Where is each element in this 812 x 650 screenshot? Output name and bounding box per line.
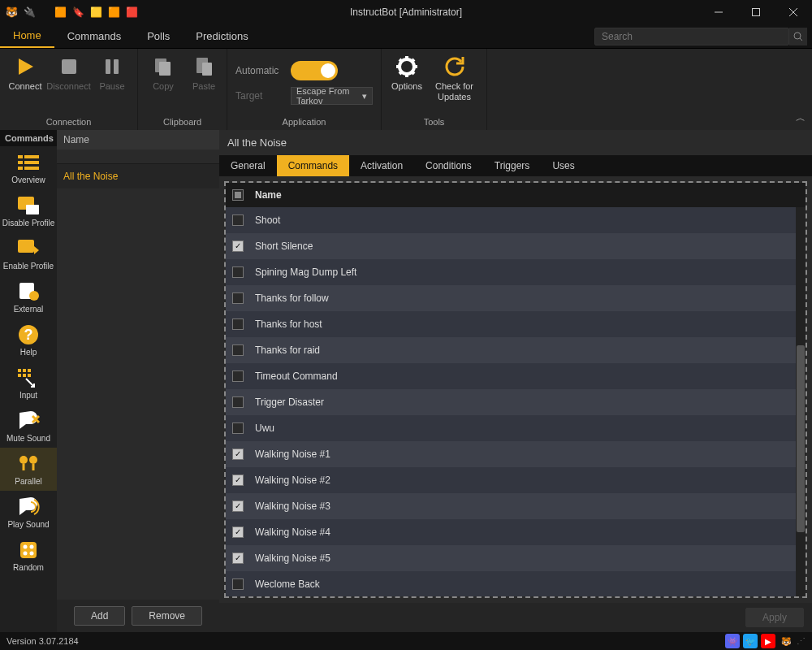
row-checkbox[interactable] — [232, 318, 244, 330]
svg-rect-11 — [18, 155, 23, 158]
row-checkbox[interactable] — [232, 500, 244, 512]
table-row[interactable]: Timeout Command — [226, 363, 796, 389]
column-name: Name — [255, 189, 282, 201]
discord-icon[interactable]: 👾 — [725, 634, 740, 648]
rail-overview[interactable]: Overview — [0, 146, 57, 189]
check-updates-button[interactable]: Check for Updates — [427, 52, 482, 104]
close-button[interactable] — [775, 0, 812, 24]
row-checkbox[interactable] — [232, 526, 244, 538]
pause-button[interactable]: Pause — [92, 52, 132, 93]
table-row[interactable]: Walking Noise #1 — [226, 441, 796, 467]
ribbon-group-tools: Options Check for Updates Tools — [382, 49, 487, 130]
table-row[interactable]: Thanks for follow — [226, 285, 796, 311]
row-checkbox[interactable] — [232, 292, 244, 304]
svg-rect-3 — [106, 59, 110, 74]
options-button[interactable]: Options — [387, 52, 427, 93]
table-row[interactable]: Weclome Back — [226, 571, 796, 596]
table-row[interactable]: Trigger Disaster — [226, 389, 796, 415]
svg-rect-2 — [62, 59, 76, 74]
svg-rect-4 — [114, 59, 119, 74]
row-checkbox[interactable] — [232, 552, 244, 564]
scroll-thumb[interactable] — [797, 345, 805, 532]
table-row[interactable]: Thanks for host — [226, 311, 796, 337]
row-name: Walking Noise #3 — [255, 500, 330, 512]
tab-conditions[interactable]: Conditions — [414, 155, 483, 176]
tab-commands[interactable]: Commands — [277, 155, 349, 176]
minimize-button[interactable] — [700, 0, 737, 24]
resize-grip-icon[interactable]: ⋰ — [797, 636, 806, 647]
row-checkbox[interactable] — [232, 448, 244, 460]
tab-uses[interactable]: Uses — [541, 155, 585, 176]
rail-header: Commands — [0, 130, 57, 146]
rail-mute-sound[interactable]: Mute Sound — [0, 405, 57, 448]
table-body[interactable]: ShootShort SilenceSpining Mag Dump LeftT… — [226, 207, 796, 596]
rail-random[interactable]: Random — [0, 534, 57, 577]
row-checkbox[interactable] — [232, 240, 244, 252]
row-checkbox[interactable] — [232, 214, 244, 226]
rail-external[interactable]: External — [0, 275, 57, 318]
rail-disable-profile[interactable]: Disable Profile — [0, 189, 57, 232]
row-checkbox[interactable] — [232, 474, 244, 486]
tab-triggers[interactable]: Triggers — [483, 155, 542, 176]
row-checkbox[interactable] — [232, 422, 244, 434]
table-row[interactable]: Walking Noise #2 — [226, 467, 796, 493]
tool-icon-2[interactable]: 🔖 — [71, 6, 84, 19]
rail-help[interactable]: ?Help — [0, 318, 57, 362]
app-small-icon[interactable]: 🐯 — [779, 634, 793, 648]
tool-icon-3[interactable]: 🟨 — [89, 6, 102, 19]
ribbon-group-application: Automatic Target Escape From Tarkov ▾ Ap… — [227, 49, 382, 130]
row-checkbox[interactable] — [232, 344, 244, 356]
select-all-checkbox[interactable] — [232, 189, 244, 201]
plug-icon[interactable]: 🔌 — [23, 6, 36, 19]
target-combo[interactable]: Escape From Tarkov ▾ — [291, 87, 373, 105]
apply-button[interactable]: Apply — [745, 608, 804, 627]
rail-parallel[interactable]: Parallel — [0, 448, 57, 491]
maximize-button[interactable] — [737, 0, 775, 24]
menu-polls[interactable]: Polls — [134, 24, 183, 48]
table-row[interactable]: Walking Noise #3 — [226, 493, 796, 519]
vertical-scrollbar[interactable] — [796, 207, 806, 596]
name-item[interactable]: All the Noise — [57, 164, 219, 188]
name-column-header: Name — [57, 130, 219, 150]
row-checkbox[interactable] — [232, 370, 244, 382]
row-checkbox[interactable] — [232, 266, 244, 278]
rail-input[interactable]: Input — [0, 362, 57, 405]
table-row[interactable]: Walking Noise #5 — [226, 545, 796, 571]
tool-icon-5[interactable]: 🟥 — [125, 6, 138, 19]
svg-rect-25 — [23, 369, 26, 372]
table-row[interactable]: Shoot — [226, 207, 796, 233]
rail-play-sound[interactable]: Play Sound — [0, 491, 57, 534]
remove-button[interactable]: Remove — [132, 606, 202, 626]
youtube-icon[interactable]: ▶ — [761, 634, 775, 648]
row-checkbox[interactable] — [232, 396, 244, 408]
menu-predictions[interactable]: Predictions — [183, 24, 261, 48]
connect-button[interactable]: Connect — [5, 52, 45, 93]
tab-general[interactable]: General — [219, 155, 277, 176]
table-row[interactable]: Short Silence — [226, 233, 796, 259]
svg-rect-27 — [18, 374, 21, 377]
twitter-icon[interactable]: 🐦 — [743, 634, 758, 648]
automatic-toggle[interactable] — [291, 61, 338, 80]
table-row[interactable]: Thanks for raid — [226, 337, 796, 363]
svg-point-36 — [30, 552, 34, 556]
tool-icon-1[interactable]: 🟧 — [54, 6, 67, 19]
add-button[interactable]: Add — [74, 606, 125, 626]
copy-button[interactable]: Copy — [143, 52, 184, 93]
menu-home[interactable]: Home — [0, 24, 54, 48]
tab-activation[interactable]: Activation — [349, 155, 414, 176]
disconnect-button[interactable]: Disconnect — [45, 52, 92, 93]
ribbon-collapse-button[interactable]: ︿ — [796, 111, 806, 125]
table-row[interactable]: Spining Mag Dump Left — [226, 259, 796, 285]
svg-rect-32 — [20, 542, 37, 558]
search-button[interactable] — [789, 28, 807, 46]
row-checkbox[interactable] — [232, 578, 244, 590]
menu-commands[interactable]: Commands — [54, 24, 134, 48]
paste-button[interactable]: Paste — [184, 52, 224, 93]
table-row[interactable]: Uwu — [226, 415, 796, 441]
table-row[interactable]: Walking Noise #4 — [226, 519, 796, 545]
search-input[interactable] — [594, 28, 789, 46]
automatic-label: Automatic — [235, 65, 284, 76]
tool-icon-4[interactable]: 🟧 — [107, 6, 120, 19]
rail-icon: ? — [15, 323, 41, 346]
rail-enable-profile[interactable]: Enable Profile — [0, 232, 57, 275]
